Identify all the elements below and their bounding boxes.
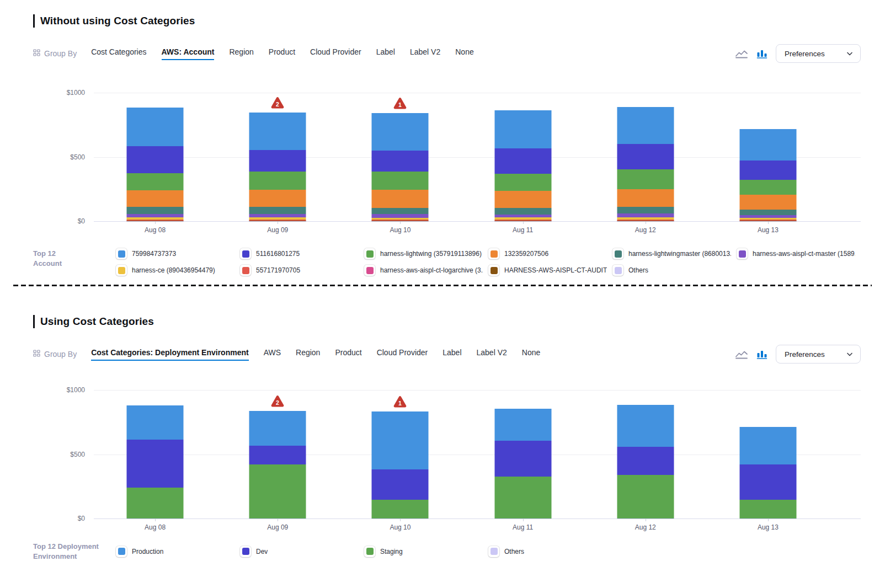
preferences-button[interactable]: Preferences [776, 345, 861, 364]
bar-segment-759984737373[interactable] [494, 110, 551, 149]
bar-segment-harness-lightwingmaster-8680013[interactable] [739, 210, 796, 215]
bar-aug-10[interactable] [372, 411, 429, 518]
group-by-tab-cloud-provider[interactable]: Cloud Provider [310, 47, 361, 60]
bar-segment-759984737373[interactable] [739, 129, 796, 161]
legend-item-dev[interactable]: Dev [240, 546, 364, 557]
line-chart-toggle-icon[interactable] [735, 49, 748, 58]
bar-segment-production[interactable] [494, 409, 551, 441]
bar-segment-staging[interactable] [249, 464, 306, 518]
bar-segment-production[interactable] [127, 405, 184, 440]
bar-segment-759984737373[interactable] [249, 113, 306, 150]
bar-segment-harness-lightwing-357919113896[interactable] [617, 169, 674, 189]
bar-segment-511616801275[interactable] [494, 148, 551, 173]
bar-segment-511616801275[interactable] [617, 144, 674, 169]
bar-aug-09[interactable] [249, 411, 306, 518]
bar-segment-dev[interactable] [494, 441, 551, 477]
anomaly-warning-icon[interactable]: 1 [393, 97, 407, 109]
bar-aug-13[interactable] [739, 129, 796, 221]
legend-item-harness-lightwing-357919113896[interactable]: harness-lightwing (357919113896) [364, 248, 488, 259]
bar-segment-759984737373[interactable] [372, 113, 429, 151]
group-by-tab-none[interactable]: None [455, 47, 473, 60]
bar-segment-staging[interactable] [739, 500, 796, 518]
legend-item-others[interactable]: Others [612, 265, 737, 276]
legend-item-others[interactable]: Others [488, 546, 612, 557]
bar-segment-harness-lightwing-357919113896[interactable] [494, 174, 551, 191]
legend-item-557171970705[interactable]: 557171970705 [240, 265, 364, 276]
group-by-tab-none[interactable]: None [522, 348, 540, 361]
bar-segment-132359207506[interactable] [127, 190, 184, 207]
group-by-tab-label[interactable]: Label [376, 47, 395, 60]
legend-item-harness-aws-aispl-ct-master-1589[interactable]: harness-aws-aispl-ct-master (1589... [737, 248, 861, 259]
bar-segment-511616801275[interactable] [249, 150, 306, 172]
group-by-tab-cloud-provider[interactable]: Cloud Provider [377, 348, 428, 361]
legend-item-staging[interactable]: Staging [364, 546, 488, 557]
bar-chart-toggle-icon[interactable] [756, 350, 767, 359]
bar-aug-08[interactable] [127, 108, 184, 221]
group-by-tab-cost-categories[interactable]: Cost Categories [91, 47, 146, 60]
anomaly-warning-icon[interactable]: 2 [270, 395, 285, 407]
bar-aug-11[interactable] [494, 409, 551, 518]
legend-item-harness-aws-aispl-ct-logarchive-3[interactable]: harness-aws-aispl-ct-logarchive (3... [364, 265, 488, 276]
bar-segment-132359207506[interactable] [249, 190, 306, 207]
legend-item-harness-ce-890436954479[interactable]: harness-ce (890436954479) [116, 265, 240, 276]
legend-item-harness-lightwingmaster-8680013[interactable]: harness-lightwingmaster (8680013... [612, 248, 737, 259]
bar-segment-759984737373[interactable] [617, 107, 674, 145]
bar-segment-harness-lightwing-357919113896[interactable] [127, 173, 184, 190]
bar-segment-harness-lightwingmaster-8680013[interactable] [127, 207, 184, 214]
group-by-tab-label-v2[interactable]: Label V2 [410, 47, 440, 60]
line-chart-toggle-icon[interactable] [735, 350, 748, 359]
bar-aug-08[interactable] [127, 405, 184, 518]
bar-aug-10[interactable] [372, 113, 429, 221]
group-by-tab-product[interactable]: Product [269, 47, 295, 60]
bar-segment-dev[interactable] [249, 446, 306, 464]
bar-segment-511616801275[interactable] [739, 161, 796, 180]
bar-segment-staging[interactable] [372, 500, 429, 518]
bar-segment-staging[interactable] [494, 477, 551, 518]
legend-item-759984737373[interactable]: 759984737373 [116, 248, 240, 259]
bar-segment-harness-lightwing-357919113896[interactable] [249, 172, 306, 190]
bar-aug-11[interactable] [494, 110, 551, 221]
bar-segment-harness-lightwingmaster-8680013[interactable] [494, 208, 551, 215]
bar-segment-511616801275[interactable] [127, 146, 184, 173]
bar-segment-132359207506[interactable] [494, 191, 551, 207]
bar-segment-511616801275[interactable] [372, 151, 429, 172]
group-by-tab-aws[interactable]: AWS [264, 348, 281, 361]
legend-item-511616801275[interactable]: 511616801275 [240, 248, 364, 259]
legend-item-harness-aws-aispl-ct-audit[interactable]: HARNESS-AWS-AISPL-CT-AUDIT (... [488, 265, 612, 276]
bar-segment-759984737373[interactable] [127, 108, 184, 146]
bar-segment-132359207506[interactable] [372, 190, 429, 208]
bar-segment-dev[interactable] [617, 447, 674, 474]
group-by-tab-aws-account[interactable]: AWS: Account [162, 47, 215, 60]
bar-segment-dev[interactable] [372, 469, 429, 500]
bar-segment-dev[interactable] [127, 440, 184, 488]
bar-aug-09[interactable] [249, 113, 306, 221]
anomaly-warning-icon[interactable]: 1 [393, 395, 407, 408]
bar-segment-staging[interactable] [127, 488, 184, 518]
group-by-tab-label[interactable]: Label [442, 348, 461, 361]
bar-segment-132359207506[interactable] [739, 195, 796, 210]
bar-segment-harness-aws-aispl-ct-master-1589[interactable] [617, 213, 674, 217]
group-by-tab-label-v2[interactable]: Label V2 [477, 348, 507, 361]
bar-aug-12[interactable] [617, 107, 674, 221]
group-by-tab-region[interactable]: Region [229, 47, 253, 60]
bar-segment-harness-lightwingmaster-8680013[interactable] [249, 207, 306, 214]
bar-chart-toggle-icon[interactable] [756, 49, 767, 58]
bar-segment-production[interactable] [617, 405, 674, 447]
bar-segment-132359207506[interactable] [617, 189, 674, 207]
group-by-tab-cost-categories-deployment-environment[interactable]: Cost Categories: Deployment Environment [91, 348, 249, 361]
bar-segment-production[interactable] [372, 411, 429, 469]
bar-aug-13[interactable] [739, 427, 796, 518]
anomaly-warning-icon[interactable]: 2 [270, 97, 285, 109]
bar-aug-12[interactable] [617, 405, 674, 518]
bar-segment-harness-aws-aispl-ct-master-1589[interactable] [372, 214, 429, 218]
bar-segment-harness-lightwing-357919113896[interactable] [372, 172, 429, 190]
group-by-tab-product[interactable]: Product [335, 348, 361, 361]
bar-segment-harness-lightwingmaster-8680013[interactable] [372, 208, 429, 215]
group-by-tab-region[interactable]: Region [296, 348, 320, 361]
bar-segment-staging[interactable] [617, 475, 674, 518]
preferences-button[interactable]: Preferences [776, 44, 861, 63]
legend-item-production[interactable]: Production [116, 546, 240, 557]
bar-segment-dev[interactable] [739, 464, 796, 500]
bar-segment-harness-lightwingmaster-8680013[interactable] [617, 207, 674, 213]
bar-segment-harness-lightwing-357919113896[interactable] [739, 180, 796, 195]
